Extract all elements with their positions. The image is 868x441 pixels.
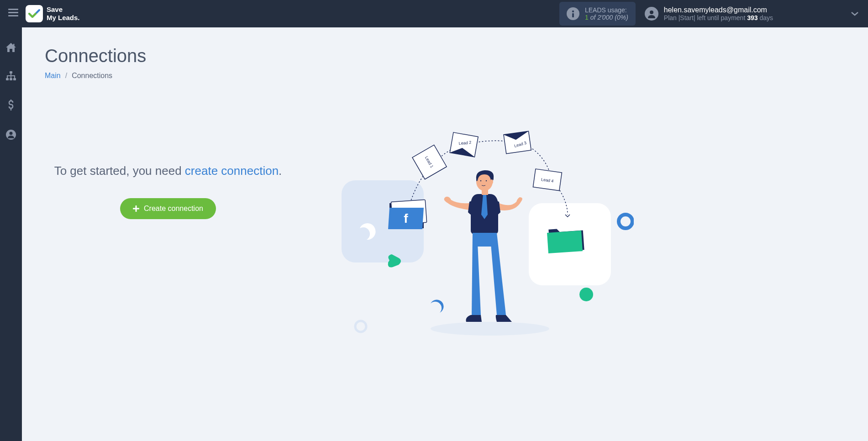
svg-rect-13 xyxy=(7,75,8,79)
create-connection-button[interactable]: Create connection xyxy=(120,198,216,219)
svg-rect-4 xyxy=(572,13,574,17)
logo-text: Save My Leads. xyxy=(47,5,80,22)
svg-point-25 xyxy=(431,322,549,336)
svg-rect-7 xyxy=(10,71,12,74)
cta-section: To get started, you need create connecti… xyxy=(45,126,291,219)
menu-icon[interactable] xyxy=(5,5,22,22)
svg-point-17 xyxy=(10,132,13,135)
usage-total: 2'000 xyxy=(597,14,613,21)
avatar-icon xyxy=(645,7,658,21)
sidebar-item-billing[interactable] xyxy=(6,98,16,114)
info-icon xyxy=(567,7,579,20)
logo-mark xyxy=(26,5,43,22)
svg-point-34 xyxy=(490,179,493,184)
main-content: Connections Main / Connections To get st… xyxy=(22,27,868,441)
svg-point-22 xyxy=(619,215,632,228)
breadcrumb-main[interactable]: Main xyxy=(45,72,61,80)
cta-text: To get started, you need create connecti… xyxy=(45,162,291,180)
svg-point-35 xyxy=(480,180,481,181)
cta-link[interactable]: create connection xyxy=(185,164,279,178)
svg-point-36 xyxy=(486,180,487,181)
usage-percent: (0%) xyxy=(615,14,628,21)
svg-rect-6 xyxy=(13,44,15,46)
page-title: Connections xyxy=(45,46,845,66)
logo[interactable]: Save My Leads. xyxy=(26,5,80,22)
user-plan: Plan |Start| left until payment 393 days xyxy=(664,14,773,21)
svg-rect-14 xyxy=(11,75,11,79)
plus-icon xyxy=(133,205,139,212)
svg-point-5 xyxy=(650,10,653,14)
svg-rect-2 xyxy=(8,15,18,16)
illustration: f Lead 1 Lead 2 xyxy=(337,126,634,354)
header: Save My Leads. LEADS usage: 1 of 2'000 (… xyxy=(0,0,868,27)
breadcrumb: Main / Connections xyxy=(45,72,845,80)
svg-point-24 xyxy=(355,321,366,332)
sidebar-item-connections[interactable] xyxy=(4,69,18,84)
usage-label: LEADS usage: xyxy=(585,6,628,14)
svg-point-3 xyxy=(572,10,574,12)
user-email: helen.savemyleads@gmail.com xyxy=(664,6,773,14)
sidebar-item-home[interactable] xyxy=(4,41,18,56)
usage-badge: LEADS usage: 1 of 2'000 (0%) xyxy=(559,2,636,26)
breadcrumb-current: Connections xyxy=(72,72,112,80)
breadcrumb-separator: / xyxy=(65,72,67,80)
svg-rect-1 xyxy=(8,12,18,13)
usage-current: 1 xyxy=(585,14,589,21)
sidebar-item-account[interactable] xyxy=(4,128,18,143)
svg-rect-19 xyxy=(133,208,139,210)
svg-rect-0 xyxy=(8,9,18,10)
svg-rect-15 xyxy=(14,75,15,79)
user-section[interactable]: helen.savemyleads@gmail.com Plan |Start|… xyxy=(645,6,773,21)
svg-point-23 xyxy=(579,288,593,301)
sidebar xyxy=(0,27,22,441)
svg-text:f: f xyxy=(404,211,408,226)
chevron-down-icon[interactable] xyxy=(851,10,859,18)
